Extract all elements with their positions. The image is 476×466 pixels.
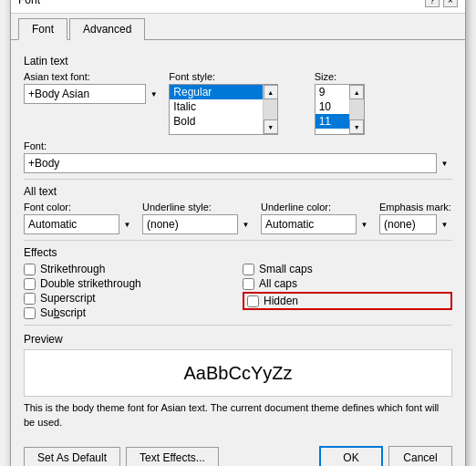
preview-box: AaBbCcYyZz [24,349,452,397]
effects-left-col: Strikethrough Double strikethrough Super… [24,263,233,319]
latin-text-row1: Asian text font: +Body Asian ▼ Font styl… [24,71,452,135]
size-11[interactable]: 11 [316,114,349,129]
double-strikethrough-row: Double strikethrough [24,277,233,290]
font-style-italic[interactable]: Italic [170,99,263,114]
scroll-down-btn[interactable]: ▼ [264,119,278,134]
all-caps-row: All caps [243,277,452,290]
left-buttons: Set As Default Text Effects... [24,447,219,466]
emphasis-mark-label: Emphasis mark: [379,202,452,212]
asian-font-group: Asian text font: +Body Asian ▼ [24,71,161,104]
asian-font-select-wrapper: +Body Asian ▼ [24,84,161,104]
size-group: Size: 9 10 11 ▲ ▼ [315,71,452,135]
button-bar: Set As Default Text Effects... OK Cancel [11,439,465,466]
tab-bar: Font Advanced [11,14,465,40]
font-row: Font: +Body ▼ [24,140,452,173]
font-style-scrollbar: ▲ ▼ [263,85,277,134]
font-color-select-wrapper: Automatic ▼ [24,214,135,234]
font-label: Font: [24,140,452,151]
info-text: This is the body theme font for Asian te… [24,401,452,430]
preview-text: AaBbCcYyZz [184,363,293,384]
font-style-regular[interactable]: Regular [170,85,263,99]
asian-font-label: Asian text font: [24,71,161,82]
asian-font-select[interactable]: +Body Asian [24,84,161,104]
font-style-label: Font style: [169,71,306,82]
underline-style-label: Underline style: [142,202,254,212]
underline-style-select[interactable]: (none) [142,214,254,234]
all-text-label: All text [24,185,452,198]
scroll-up-btn[interactable]: ▲ [264,85,278,99]
size-scroll-down[interactable]: ▼ [349,119,364,134]
font-select[interactable]: +Body [24,153,452,173]
strikethrough-label: Strikethrough [40,263,105,275]
divider1 [24,179,452,180]
hidden-row: Hidden [243,292,452,310]
double-strikethrough-checkbox[interactable] [24,278,36,290]
size-scrollbar: ▲ ▼ [349,85,364,134]
latin-text-label: Latin text [24,55,452,67]
font-style-listbox[interactable]: Regular Italic Bold ▲ ▼ [169,84,278,135]
small-caps-checkbox[interactable] [243,264,254,275]
close-button[interactable]: × [443,0,458,7]
tab-font[interactable]: Font [18,18,67,40]
font-color-select[interactable]: Automatic [24,214,135,234]
underline-color-label: Underline color: [261,202,372,212]
superscript-label: Superscript [40,292,96,305]
help-button[interactable]: ? [425,0,440,7]
font-select-wrapper: +Body ▼ [24,153,452,173]
subscript-checkbox[interactable] [24,307,36,319]
set-as-default-button[interactable]: Set As Default [24,447,120,466]
title-bar: Font ? × [11,0,465,14]
underline-color-select-wrapper: Automatic ▼ [261,214,372,234]
divider2 [24,240,452,241]
title-bar-controls: ? × [425,0,458,7]
cancel-button[interactable]: Cancel [388,446,452,466]
emphasis-mark-select[interactable]: (none) [379,214,452,234]
superscript-checkbox[interactable] [24,293,36,305]
dialog-title: Font [18,0,40,6]
subscript-label: Subscript [40,306,86,319]
font-group: Font: +Body ▼ [24,140,452,173]
divider3 [24,325,452,326]
size-list: 9 10 11 [316,85,349,136]
underline-color-group: Underline color: Automatic ▼ [261,202,372,234]
size-label: Size: [315,71,452,82]
effects-columns: Strikethrough Double strikethrough Super… [24,263,452,319]
text-effects-button[interactable]: Text Effects... [126,447,219,466]
emphasis-mark-select-wrapper: (none) ▼ [379,214,452,234]
hidden-label: Hidden [264,295,298,307]
effects-label: Effects [24,246,452,259]
double-strikethrough-label: Double strikethrough [40,277,141,290]
effects-right-col: Small caps All caps Hidden [243,263,452,319]
strikethrough-checkbox[interactable] [24,264,36,275]
all-caps-checkbox[interactable] [243,278,254,290]
font-style-list: Regular Italic Bold [170,85,263,136]
small-caps-label: Small caps [259,263,313,275]
font-dialog: Font ? × Font Advanced Latin text Asian … [10,0,466,466]
size-listbox[interactable]: 9 10 11 ▲ ▼ [315,84,365,135]
strikethrough-row: Strikethrough [24,263,233,275]
preview-label: Preview [24,333,452,346]
ok-button[interactable]: OK [319,446,383,466]
all-text-row: Font color: Automatic ▼ Underline style:… [24,202,452,234]
superscript-row: Superscript [24,292,233,305]
font-color-label: Font color: [24,202,135,212]
preview-area: Preview AaBbCcYyZz [24,333,452,397]
hidden-checkbox[interactable] [247,295,259,307]
underline-color-select[interactable]: Automatic [261,214,372,234]
small-caps-row: Small caps [243,263,452,275]
size-scroll-up[interactable]: ▲ [349,85,364,99]
size-10[interactable]: 10 [316,99,349,114]
tab-advanced[interactable]: Advanced [69,18,145,40]
emphasis-mark-group: Emphasis mark: (none) ▼ [379,202,452,234]
font-color-group: Font color: Automatic ▼ [24,202,135,234]
right-buttons: OK Cancel [319,446,452,466]
underline-style-select-wrapper: (none) ▼ [142,214,254,234]
font-style-group: Font style: Regular Italic Bold ▲ ▼ [169,71,306,135]
all-caps-label: All caps [259,277,297,290]
dialog-content: Latin text Asian text font: +Body Asian … [11,40,465,439]
size-9[interactable]: 9 [316,85,349,99]
effects-area: Effects Strikethrough Double strikethrou… [24,246,452,319]
subscript-row: Subscript [24,306,233,319]
font-style-bold[interactable]: Bold [170,114,263,129]
underline-style-group: Underline style: (none) ▼ [142,202,254,234]
